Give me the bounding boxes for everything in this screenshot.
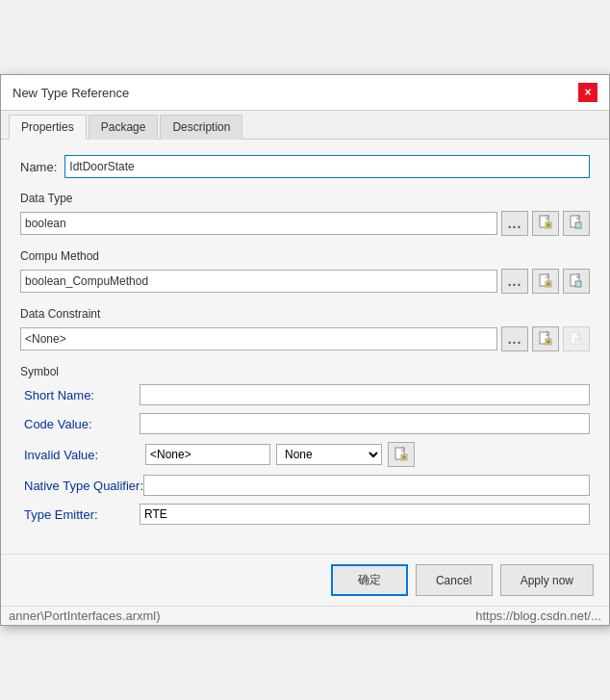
compu-method-section: Compu Method ... (20, 249, 590, 294)
constraint-new-icon (538, 331, 553, 347)
tab-description[interactable]: Description (160, 115, 242, 140)
compu-method-label: Compu Method (20, 249, 590, 263)
name-field-row: Name: (20, 155, 590, 178)
invalid-value-icon-button[interactable] (388, 442, 415, 467)
short-name-input[interactable] (140, 384, 590, 405)
svg-rect-5 (575, 222, 581, 228)
data-type-input-group: ... (20, 211, 590, 236)
dialog-title: New Type Reference (13, 86, 129, 100)
type-emitter-input[interactable] (140, 504, 590, 525)
data-type-dots-button[interactable]: ... (501, 211, 528, 236)
svg-rect-17 (575, 339, 581, 345)
data-type-edit-button[interactable] (563, 211, 590, 236)
invalid-value-label: Invalid Value: (24, 448, 140, 462)
compu-method-dots-button[interactable]: ... (501, 269, 528, 294)
compu-new-icon (538, 273, 553, 289)
dots-icon: ... (508, 216, 522, 231)
native-type-row: Native Type Qualifier: (20, 475, 590, 496)
edit-icon (569, 215, 584, 233)
type-emitter-row: Type Emitter: (20, 504, 590, 525)
status-right: https://blog.csdn.net/... (475, 609, 601, 623)
short-name-label: Short Name: (24, 388, 140, 402)
cancel-button[interactable]: Cancel (416, 564, 493, 596)
footer-buttons: 确定 Cancel Apply now (1, 554, 609, 606)
dots-icon-2: ... (508, 273, 522, 289)
compu-method-input[interactable] (20, 270, 497, 293)
svg-rect-11 (575, 281, 581, 287)
compu-edit-icon (569, 273, 584, 289)
data-constraint-section: Data Constraint ... (20, 307, 590, 351)
invalid-value-row: Invalid Value: None (20, 442, 590, 467)
compu-method-new-button[interactable] (532, 269, 559, 294)
type-emitter-label: Type Emitter: (24, 507, 140, 522)
name-label: Name: (20, 160, 57, 174)
symbol-label: Symbol (20, 365, 590, 378)
invalid-icon (394, 447, 409, 462)
data-constraint-label: Data Constraint (20, 307, 590, 321)
data-constraint-new-button[interactable] (532, 326, 559, 351)
invalid-value-dropdown[interactable]: None (276, 444, 382, 465)
dialog-window: New Type Reference × Properties Package … (0, 74, 610, 626)
new-doc-icon (538, 215, 553, 233)
data-constraint-dots-button[interactable]: ... (501, 326, 528, 351)
name-input[interactable] (64, 155, 590, 178)
new-file-icon (538, 215, 553, 230)
data-type-new-button[interactable] (532, 211, 559, 236)
code-value-row: Code Value: (20, 413, 590, 434)
compu-method-edit-button[interactable] (563, 269, 590, 294)
native-type-label: Native Type Qualifier: (24, 479, 143, 493)
data-constraint-input-group: ... (20, 326, 590, 351)
invalid-value-input[interactable] (145, 444, 270, 465)
tab-package[interactable]: Package (89, 115, 159, 140)
ok-button[interactable]: 确定 (331, 564, 408, 596)
edit-file-icon (569, 215, 584, 230)
title-bar: New Type Reference × (1, 75, 609, 111)
data-type-input[interactable] (20, 212, 497, 235)
status-left: anner\PortInterfaces.arxml) (9, 609, 161, 623)
data-constraint-edit-button[interactable] (563, 326, 590, 351)
native-type-input[interactable] (143, 475, 590, 496)
status-bar: anner\PortInterfaces.arxml) https://blog… (1, 606, 609, 625)
constraint-edit-icon (569, 331, 584, 347)
tab-properties[interactable]: Properties (9, 115, 87, 140)
data-type-label: Data Type (20, 192, 590, 205)
symbol-section: Symbol Short Name: Code Value: Invalid V… (20, 365, 590, 525)
close-button[interactable]: × (578, 83, 597, 102)
apply-now-button[interactable]: Apply now (500, 564, 594, 596)
tab-bar: Properties Package Description (1, 111, 609, 140)
code-value-input[interactable] (140, 413, 590, 434)
data-type-section: Data Type ... (20, 192, 590, 236)
code-value-label: Code Value: (24, 417, 140, 431)
form-content: Name: Data Type ... (1, 140, 609, 554)
compu-method-input-group: ... (20, 269, 590, 294)
short-name-row: Short Name: (20, 384, 590, 405)
data-constraint-input[interactable] (20, 327, 497, 350)
dots-icon-3: ... (508, 331, 522, 347)
